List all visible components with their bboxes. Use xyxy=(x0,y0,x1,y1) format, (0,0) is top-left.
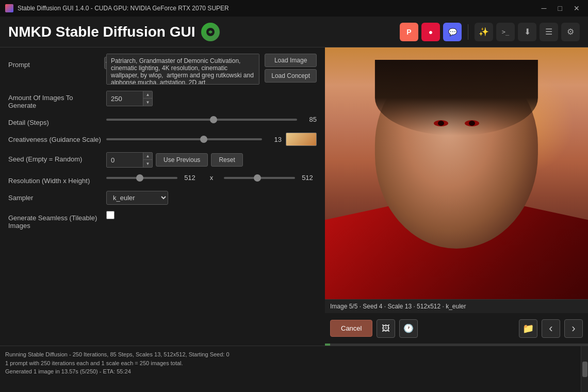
minimize-button[interactable]: ─ xyxy=(538,3,550,13)
patreon-button[interactable]: P xyxy=(400,23,418,41)
resolution-control: 512 x 512 xyxy=(106,174,317,182)
list-button[interactable]: ☰ xyxy=(540,23,558,41)
amount-spinner: ▲ ▼ xyxy=(143,91,152,106)
prev-icon: ‹ xyxy=(549,322,552,335)
red-button[interactable]: ● xyxy=(421,23,440,41)
discord-button[interactable]: 💬 xyxy=(443,23,462,41)
detail-control: 85 xyxy=(106,116,317,123)
amount-control: ▲ ▼ xyxy=(106,91,317,106)
seed-down-button[interactable]: ▼ xyxy=(143,160,152,167)
list-icon: ☰ xyxy=(545,27,552,37)
save-icon: 🖼 xyxy=(382,324,390,333)
width-slider[interactable] xyxy=(106,177,177,179)
status-line-1: Running Stable Diffusion - 250 Iteration… xyxy=(5,350,576,359)
creativeness-value: 13 xyxy=(266,136,282,143)
sampler-row: Sampler k_euler k_euler_a k_lms PLMS DDI… xyxy=(8,191,317,205)
detail-slider[interactable] xyxy=(106,119,297,121)
header: NMKD Stable Diffusion GUI P ● 💬 ✨ >_ ⬇ ☰… xyxy=(0,17,588,47)
seed-input-wrap: ▲ ▼ xyxy=(106,152,153,168)
sampler-control: k_euler k_euler_a k_lms PLMS DDIM xyxy=(106,191,317,205)
prompt-row: Prompt ▼ Load Image Load Concept xyxy=(8,54,317,85)
image-info-bar: Image 5/5 · Seed 4 · Scale 13 · 512x512 … xyxy=(325,300,588,313)
seamless-control xyxy=(106,211,317,219)
status-scrollbar[interactable] xyxy=(581,346,588,392)
maximize-button[interactable]: □ xyxy=(555,3,565,13)
svg-point-3 xyxy=(438,121,444,126)
settings-button[interactable]: ⚙ xyxy=(561,23,580,41)
load-image-button[interactable]: Load Image xyxy=(265,54,317,67)
amount-down-button[interactable]: ▼ xyxy=(143,99,152,106)
prompt-label: Prompt xyxy=(8,58,101,69)
status-line-3: Generated 1 image in 13.57s (5/250) - ET… xyxy=(5,367,576,376)
app-title: NMKD Stable Diffusion GUI xyxy=(8,23,400,41)
creativeness-control: 13 xyxy=(106,133,317,146)
logo xyxy=(201,23,220,41)
terminal-icon: >_ xyxy=(502,28,509,36)
prompt-buttons: Load Image Load Concept xyxy=(265,54,317,83)
main-content: Prompt ▼ Load Image Load Concept Amount … xyxy=(0,47,588,346)
patreon-icon: P xyxy=(406,28,411,36)
load-concept-button[interactable]: Load Concept xyxy=(265,69,317,83)
folder-button[interactable]: 📁 xyxy=(519,319,537,338)
download-button[interactable]: ⬇ xyxy=(518,23,536,41)
image-info-text: Image 5/5 · Seed 4 · Scale 13 · 512x512 … xyxy=(330,303,466,310)
amount-label: Amount Of Images To Generate xyxy=(8,91,101,109)
scrollbar-thumb xyxy=(582,362,587,377)
seamless-checkbox[interactable] xyxy=(106,211,115,219)
resolution-row: Resolution (Width x Height) 512 x 512 xyxy=(8,174,317,185)
wand-button[interactable]: ✨ xyxy=(475,23,493,41)
right-panel: Image 5/5 · Seed 4 · Scale 13 · 512x512 … xyxy=(325,47,588,346)
title-bar-text: Stable Diffusion GUI 1.4.0 - CUDA GPU: N… xyxy=(18,5,534,12)
resolution-label: Resolution (Width x Height) xyxy=(8,174,101,185)
seed-control: ▲ ▼ Use Previous Reset xyxy=(106,152,317,168)
creativeness-row: Creativeness (Guidance Scale) 13 xyxy=(8,133,317,146)
detail-row: Detail (Steps) 85 xyxy=(8,116,317,126)
creativeness-slider[interactable] xyxy=(106,138,262,140)
prompt-input[interactable] xyxy=(106,54,259,85)
download-icon: ⬇ xyxy=(524,27,531,37)
save-button[interactable]: 🖼 xyxy=(377,319,395,338)
portrait-eyes xyxy=(426,116,487,131)
prev-button[interactable]: ‹ xyxy=(542,319,560,338)
image-area xyxy=(325,47,588,299)
use-previous-button[interactable]: Use Previous xyxy=(156,153,208,167)
resolution-x: x xyxy=(202,174,221,182)
seed-label: Seed (Empty = Random) xyxy=(8,152,101,163)
creativeness-label: Creativeness (Guidance Scale) xyxy=(8,133,101,143)
close-button[interactable]: ✕ xyxy=(570,3,583,13)
portrait-face xyxy=(375,60,538,249)
amount-input-wrap: ▲ ▼ xyxy=(106,91,153,106)
history-button[interactable]: 🕐 xyxy=(399,319,418,338)
seed-spinner: ▲ ▼ xyxy=(143,153,152,167)
next-button[interactable]: › xyxy=(564,319,583,338)
status-line-2: 1 prompt with 250 iterations each and 1 … xyxy=(5,359,576,368)
status-bar: Running Stable Diffusion - 250 Iteration… xyxy=(0,346,588,392)
sampler-select[interactable]: k_euler k_euler_a k_lms PLMS DDIM xyxy=(106,191,168,205)
terminal-button[interactable]: >_ xyxy=(496,23,515,41)
seed-up-button[interactable]: ▲ xyxy=(143,153,152,160)
cancel-button[interactable]: Cancel xyxy=(330,320,372,337)
history-icon: 🕐 xyxy=(403,323,414,333)
svg-point-4 xyxy=(469,121,475,126)
seamless-row: Generate Seamless (Tileable) Images xyxy=(8,211,317,230)
red-icon: ● xyxy=(429,28,433,36)
reset-button[interactable]: Reset xyxy=(211,153,242,167)
amount-up-button[interactable]: ▲ xyxy=(143,91,152,99)
seed-input[interactable] xyxy=(107,153,143,167)
folder-icon: 📁 xyxy=(522,323,534,334)
progress-bar-container xyxy=(325,344,588,346)
height-slider[interactable] xyxy=(224,177,295,179)
amount-input[interactable] xyxy=(107,91,143,106)
generated-image xyxy=(325,47,588,299)
next-icon: › xyxy=(571,322,575,335)
image-controls: Cancel 🖼 🕐 📁 ‹ › xyxy=(325,313,588,344)
detail-label: Detail (Steps) xyxy=(8,116,101,126)
left-panel: Prompt ▼ Load Image Load Concept Amount … xyxy=(0,47,325,346)
height-value: 512 xyxy=(298,174,317,182)
seed-row: Seed (Empty = Random) ▲ ▼ Use Previous R… xyxy=(8,152,317,168)
header-divider xyxy=(468,24,468,40)
color-preview xyxy=(286,133,317,146)
discord-icon: 💬 xyxy=(448,28,457,36)
amount-row: Amount Of Images To Generate ▲ ▼ xyxy=(8,91,317,109)
image-bottom: Image 5/5 · Seed 4 · Scale 13 · 512x512 … xyxy=(325,299,588,346)
